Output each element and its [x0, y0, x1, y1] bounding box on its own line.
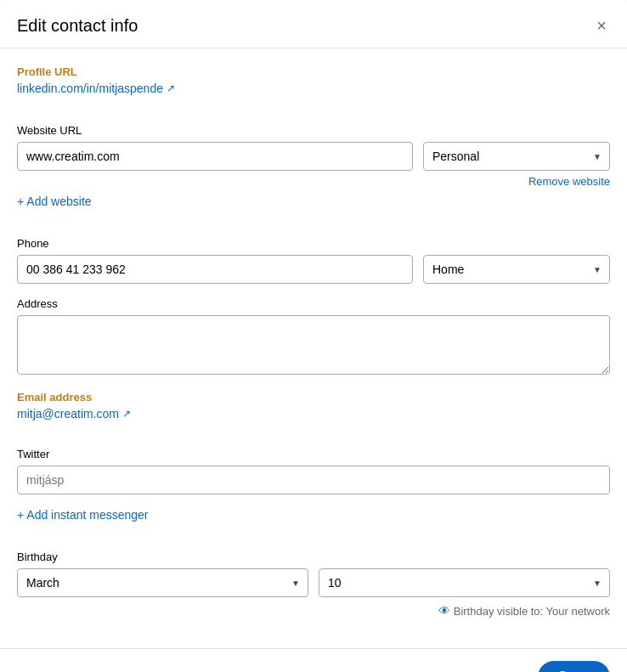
website-section: Website URL Personal Company Blog RSS Fe…	[17, 124, 610, 223]
website-row: Personal Company Blog RSS Feed Portfolio…	[17, 142, 610, 171]
remove-website-wrap: Remove website	[17, 174, 610, 188]
birthday-month-select[interactable]: January February March April May June Ju…	[17, 568, 308, 597]
profile-url-section: Profile URL linkedin.com/in/mitjaspende …	[17, 65, 610, 110]
twitter-label: Twitter	[17, 448, 610, 460]
close-button[interactable]: ×	[593, 14, 610, 37]
address-input[interactable]	[17, 315, 610, 375]
email-text: mitja@creatim.com	[17, 407, 119, 421]
website-input[interactable]	[17, 142, 413, 171]
add-instant-messenger-link[interactable]: + Add instant messenger	[17, 508, 149, 522]
instant-messenger-section: + Add instant messenger	[17, 508, 610, 537]
website-label: Website URL	[17, 124, 610, 137]
email-section: Email address mitja@creatim.com ↗	[17, 391, 610, 434]
phone-input[interactable]	[17, 255, 413, 284]
phone-label: Phone	[17, 237, 610, 250]
external-link-icon: ↗	[167, 82, 175, 94]
modal-body: Profile URL linkedin.com/in/mitjaspende …	[0, 48, 627, 648]
modal-header: Edit contact info ×	[0, 0, 627, 48]
edit-contact-modal: Edit contact info × Profile URL linkedin…	[0, 0, 627, 672]
phone-type-select[interactable]: Home Work Mobile Other	[423, 255, 610, 284]
twitter-section: Twitter	[17, 448, 610, 494]
website-type-select[interactable]: Personal Company Blog RSS Feed Portfolio…	[423, 142, 610, 171]
birthday-day-select[interactable]: 1234 5678 9101112 13141516 17181920 2122…	[319, 568, 610, 597]
website-type-wrap: Personal Company Blog RSS Feed Portfolio…	[423, 142, 610, 171]
add-website-link[interactable]: + Add website	[17, 195, 92, 208]
birthday-section: Birthday January February March April Ma…	[17, 551, 610, 618]
save-button[interactable]: Save	[538, 661, 610, 672]
remove-website-link[interactable]: Remove website	[528, 175, 610, 188]
email-external-icon: ↗	[122, 408, 131, 420]
profile-url-text: linkedin.com/in/mitjaspende	[17, 82, 163, 95]
eye-icon: 👁	[438, 604, 450, 618]
phone-row: Home Work Mobile Other	[17, 255, 610, 284]
birthday-visibility: 👁 Birthday visible to: Your network	[17, 604, 610, 618]
modal-footer: Save	[0, 648, 627, 672]
profile-url-link[interactable]: linkedin.com/in/mitjaspende ↗	[17, 82, 175, 95]
phone-type-wrap: Home Work Mobile Other	[423, 255, 610, 284]
phone-section: Phone Home Work Mobile Other	[17, 237, 610, 284]
birthday-day-wrap: 1234 5678 9101112 13141516 17181920 2122…	[319, 568, 610, 597]
profile-url-label: Profile URL	[17, 65, 610, 78]
birthday-label: Birthday	[17, 551, 610, 563]
email-label: Email address	[17, 391, 610, 404]
address-section: Address	[17, 297, 610, 377]
modal-title: Edit contact info	[17, 16, 138, 36]
birthday-visible-text: Birthday visible to: Your network	[454, 605, 610, 618]
birthday-month-wrap: January February March April May June Ju…	[17, 568, 308, 597]
email-link[interactable]: mitja@creatim.com ↗	[17, 407, 131, 421]
address-label: Address	[17, 297, 610, 310]
birthday-row: January February March April May June Ju…	[17, 568, 610, 597]
twitter-input[interactable]	[17, 466, 610, 494]
